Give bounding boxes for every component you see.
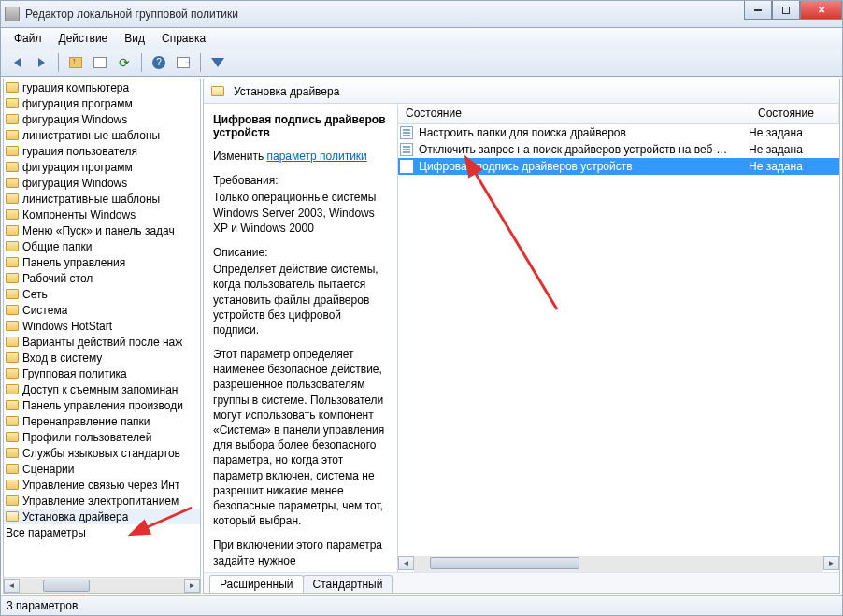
menu-action[interactable]: Действие	[51, 30, 116, 47]
folder-icon	[6, 448, 19, 458]
tree-item[interactable]: Все параметры	[4, 524, 200, 540]
edit-policy-link[interactable]: параметр политики	[266, 150, 366, 163]
scroll-right-button[interactable]: ►	[823, 556, 839, 570]
tree-item[interactable]: Компоненты Windows	[4, 207, 200, 222]
tree-item[interactable]: фигурация Windows	[4, 175, 200, 191]
tab-extended[interactable]: Расширенный	[209, 575, 304, 593]
tree-item[interactable]: Вход в систему	[4, 350, 200, 365]
edit-row: Изменить параметр политики	[213, 149, 388, 164]
folder-icon	[6, 495, 19, 506]
folder-icon	[6, 241, 19, 251]
tree-item-label: Панель управления	[22, 256, 125, 269]
tree-item[interactable]: Сценарии	[4, 461, 200, 477]
back-button[interactable]	[7, 52, 27, 73]
folder-icon	[6, 146, 19, 156]
content-header-label: Установка драйвера	[234, 85, 339, 98]
column-state[interactable]: Состояние	[750, 104, 839, 123]
app-icon	[5, 7, 20, 21]
description-label: Описание:	[213, 245, 388, 260]
folder-icon	[6, 257, 19, 267]
tree-item[interactable]: фигурация программ	[4, 159, 200, 175]
row-name: Отключить запрос на поиск драйверов устр…	[417, 143, 749, 156]
list-h-scrollbar[interactable]: ◄ ►	[398, 556, 839, 572]
tree-item[interactable]: Сеть	[4, 286, 200, 302]
tree-item[interactable]: линистративные шаблоны	[4, 191, 200, 207]
scroll-track[interactable]	[414, 556, 823, 572]
tree-item[interactable]: Windows HotStart	[4, 318, 200, 334]
tree-item[interactable]: гурация компьютера	[4, 79, 200, 95]
tree-item[interactable]: Панель управления	[4, 254, 200, 270]
tree-item[interactable]: Перенаправление папки	[4, 413, 200, 429]
folder-icon	[6, 209, 19, 220]
menu-view[interactable]: Вид	[117, 30, 152, 47]
menu-help[interactable]: Справка	[154, 30, 213, 47]
forward-button[interactable]	[31, 52, 51, 73]
close-button[interactable]	[800, 1, 842, 20]
scroll-left-button[interactable]: ◄	[4, 579, 20, 593]
help-button[interactable]: ?	[149, 52, 169, 73]
scroll-track[interactable]	[20, 579, 184, 593]
folder-icon	[6, 480, 19, 490]
properties-icon	[93, 57, 107, 68]
tree-item[interactable]: гурация пользователя	[4, 143, 200, 159]
filter-button[interactable]	[207, 52, 228, 73]
list-body[interactable]: Настроить папки для поиска драйверовНе з…	[398, 124, 839, 556]
folder-icon	[6, 114, 19, 124]
column-name[interactable]: Состояние	[398, 104, 750, 123]
scroll-thumb[interactable]	[430, 557, 579, 569]
properties-button[interactable]	[90, 52, 110, 73]
menu-file[interactable]: Файл	[7, 30, 50, 47]
folder-icon	[6, 273, 19, 283]
maximize-button[interactable]	[772, 1, 800, 20]
menubar: Файл Действие Вид Справка	[0, 28, 843, 49]
folder-icon	[6, 225, 19, 236]
export-icon	[177, 57, 190, 68]
tree-item[interactable]: Рабочий стол	[4, 270, 200, 286]
tree-item-label: Управление связью через Инт	[22, 479, 179, 492]
tree-item[interactable]: Управление связью через Инт	[4, 477, 200, 493]
tree-h-scrollbar[interactable]: ◄ ►	[4, 577, 200, 593]
up-button[interactable]	[65, 52, 86, 73]
refresh-icon	[119, 55, 130, 70]
requirements-label: Требования:	[213, 173, 388, 188]
policy-icon	[400, 126, 413, 139]
refresh-button[interactable]	[114, 52, 135, 73]
tree-item[interactable]: Установка драйвера	[4, 509, 200, 524]
minimize-button[interactable]	[744, 1, 772, 20]
tree-item[interactable]: Общие папки	[4, 238, 200, 254]
tree-item[interactable]: Групповая политика	[4, 365, 200, 381]
tree-item[interactable]: линистративные шаблоны	[4, 127, 200, 143]
tree-item-label: фигурация Windows	[22, 113, 127, 126]
tree-item-label: Вход в систему	[22, 351, 102, 365]
tree-item[interactable]: Система	[4, 302, 200, 318]
export-button[interactable]	[173, 52, 193, 73]
tree-item-label: Доступ к съемным запоминан	[22, 383, 178, 396]
list-row[interactable]: Настроить папки для поиска драйверовНе з…	[398, 124, 839, 141]
tree-item[interactable]: Доступ к съемным запоминан	[4, 381, 200, 397]
folder-open-icon	[211, 86, 224, 96]
tree-item[interactable]: фигурация Windows	[4, 111, 200, 127]
tree-item[interactable]: Панель управления производи	[4, 397, 200, 413]
list-row[interactable]: Отключить запрос на поиск драйверов устр…	[398, 141, 839, 158]
list-row[interactable]: Цифровая подпись драйверов устройствНе з…	[398, 158, 839, 175]
policy-icon	[400, 160, 413, 173]
tree-item[interactable]: Управление электропитанием	[4, 493, 200, 509]
folder-icon	[6, 98, 19, 108]
scroll-right-button[interactable]: ►	[184, 579, 200, 593]
folder-icon	[6, 305, 19, 315]
tree-item[interactable]: Службы языковых стандартов	[4, 445, 200, 461]
folder-icon	[6, 193, 19, 204]
tree-item[interactable]: Профили пользователей	[4, 429, 200, 445]
tree-item[interactable]: фигурация программ	[4, 95, 200, 111]
arrow-left-icon	[14, 58, 21, 67]
tree-item[interactable]: Варианты действий после наж	[4, 334, 200, 350]
scroll-thumb[interactable]	[43, 580, 90, 592]
tree-body[interactable]: гурация компьютерафигурация программфигу…	[4, 79, 200, 577]
tree-item-label: Перенаправление папки	[22, 415, 150, 428]
scroll-left-button[interactable]: ◄	[398, 556, 414, 570]
policy-icon	[400, 143, 413, 156]
tab-standard[interactable]: Стандартный	[303, 575, 393, 593]
folder-icon	[6, 464, 19, 474]
folder-icon	[6, 368, 19, 379]
tree-item[interactable]: Меню «Пуск» и панель задач	[4, 222, 200, 238]
